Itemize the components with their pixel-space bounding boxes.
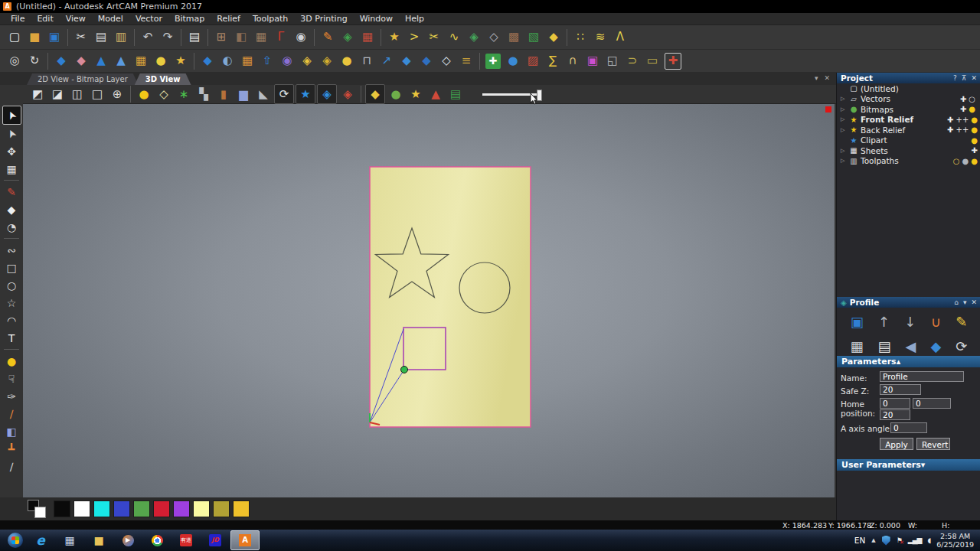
blob-relief-icon[interactable]: ●: [504, 52, 522, 70]
weave-wizard-icon[interactable]: ▩: [505, 28, 523, 47]
distort-icon[interactable]: ▦: [3, 160, 21, 178]
polyline-icon[interactable]: ∾: [3, 241, 21, 259]
menu-window[interactable]: Window: [354, 14, 399, 24]
swatch-green[interactable]: [133, 500, 150, 517]
erase-relief-icon[interactable]: ◆: [72, 52, 90, 70]
delete-toolpath-icon[interactable]: ∪: [931, 314, 941, 330]
toolpath-node[interactable]: [401, 367, 408, 373]
tree-action-icon[interactable]: ✚: [960, 105, 966, 113]
tree-action-icon[interactable]: ●: [962, 157, 969, 165]
secondary-colour[interactable]: [34, 507, 46, 518]
tray-expand-icon[interactable]: ▲: [871, 537, 875, 543]
new-model-icon[interactable]: ▢: [5, 28, 24, 47]
pencil-icon[interactable]: ✎: [3, 183, 21, 201]
menu-bitmap[interactable]: Bitmap: [168, 14, 211, 24]
user-parameters-header[interactable]: User Parameters ▾: [837, 459, 980, 471]
tree-row-back-relief[interactable]: ▷ ★ Back Relief ✚ ++ ●: [837, 125, 980, 135]
fit-polyline-icon[interactable]: Λ: [611, 28, 629, 47]
simulate-block-icon[interactable]: ◆: [930, 338, 941, 354]
vector-doctor-icon[interactable]: ✎: [318, 28, 337, 47]
expand-icon[interactable]: ▾: [921, 460, 926, 470]
menu-vector[interactable]: Vector: [129, 14, 168, 24]
start-button[interactable]: [5, 531, 25, 549]
preview-layer-icon[interactable]: ★: [407, 85, 425, 103]
star-icon[interactable]: ☆: [3, 294, 21, 311]
clipart-model-icon[interactable]: ★: [296, 84, 315, 104]
aaxis-field[interactable]: [890, 422, 927, 433]
expand-arrow-icon[interactable]: ▷: [841, 96, 847, 102]
separator[interactable]: [194, 53, 194, 70]
ellipse-icon[interactable]: ○: [3, 276, 21, 294]
swatch-blue[interactable]: [113, 500, 130, 517]
new-toolpath-icon[interactable]: ⌂: [954, 298, 959, 306]
material-block-icon[interactable]: ▆: [234, 85, 253, 103]
menu-model[interactable]: Model: [92, 14, 129, 24]
tray-signal-icon[interactable]: ▂▄▆: [908, 536, 922, 544]
tree-action-icon[interactable]: ○: [953, 157, 960, 165]
home-x-field[interactable]: [880, 398, 910, 409]
swatch-purple[interactable]: [173, 500, 190, 517]
calculate-icon[interactable]: ▦: [851, 338, 864, 354]
redo-icon[interactable]: ↷: [158, 28, 177, 47]
paste-icon[interactable]: ▥: [112, 28, 130, 47]
tree-action-icon[interactable]: ++: [956, 116, 969, 124]
swatch-pale-yellow[interactable]: [193, 500, 210, 517]
tree-action-icon[interactable]: ++: [956, 126, 969, 134]
nest-points-icon[interactable]: ∷: [571, 28, 590, 47]
expand-arrow-icon[interactable]: ▷: [841, 148, 847, 154]
colour-sheets-icon[interactable]: ▤: [446, 85, 465, 103]
zoom-object-icon[interactable]: ◎: [5, 52, 24, 70]
separator[interactable]: [47, 53, 48, 70]
fillet-icon[interactable]: ∿: [445, 28, 463, 47]
name-field[interactable]: [880, 371, 964, 382]
raise-relief-icon[interactable]: ⇧: [258, 52, 276, 70]
swatch-gold[interactable]: [233, 500, 250, 517]
taskbar-artcam[interactable]: A: [230, 530, 260, 550]
expand-arrow-icon[interactable]: ▷: [841, 106, 847, 112]
home-y-field[interactable]: [913, 398, 951, 409]
select-vectors-icon[interactable]: ➤: [2, 106, 21, 125]
zoom-tool-icon[interactable]: ⊕: [108, 85, 126, 103]
mirror-model-icon[interactable]: ◧: [232, 28, 250, 47]
sculpt-relief-icon[interactable]: ▲: [92, 52, 110, 70]
set-model-size-icon[interactable]: ⊞: [212, 28, 230, 47]
separator[interactable]: [361, 86, 361, 103]
separator[interactable]: [134, 29, 135, 46]
menu-relief[interactable]: Relief: [211, 14, 247, 24]
taskbar-clock[interactable]: 2:58 AM 6/25/2019: [936, 532, 974, 549]
vector-offset-icon[interactable]: ◈: [465, 28, 483, 47]
tree-row-untitled[interactable]: ▢ (Untitled): [837, 83, 980, 94]
tree-action-icon[interactable]: ✚: [947, 116, 953, 124]
view-along-x-icon[interactable]: ◪: [48, 85, 67, 103]
expand-arrow-icon[interactable]: ▷: [841, 127, 847, 133]
simulate-toolpath-icon[interactable]: ◀: [906, 338, 916, 354]
rectangle-icon[interactable]: □: [3, 259, 21, 276]
expand-arrow-icon[interactable]: ▷: [841, 116, 847, 122]
texture-hatch-icon[interactable]: ▨: [524, 52, 542, 70]
separator[interactable]: [314, 29, 315, 46]
menu-3d-printing[interactable]: 3D Printing: [294, 14, 353, 24]
tree-action-icon[interactable]: ○: [969, 95, 975, 103]
transform-icon[interactable]: ✥: [3, 142, 21, 160]
tree-row-clipart[interactable]: ★ Clipart ●: [837, 135, 980, 146]
revert-button[interactable]: Revert: [916, 438, 950, 450]
canvas-3d-view[interactable]: [23, 104, 835, 497]
minimize-icon[interactable]: ▾: [963, 298, 967, 306]
tree-action-icon[interactable]: ●: [971, 157, 978, 165]
menu-edit[interactable]: Edit: [31, 14, 59, 24]
separator[interactable]: [4, 238, 19, 239]
text-icon[interactable]: T: [3, 329, 21, 347]
stamp-icon[interactable]: ┻: [3, 440, 21, 458]
menu-help[interactable]: Help: [399, 14, 430, 24]
relief-layers-icon[interactable]: ◈: [338, 85, 357, 103]
model-scene[interactable]: [23, 104, 835, 497]
move-down-icon[interactable]: ↓: [904, 314, 916, 330]
tree-row-sheets[interactable]: ▷ ▦ Sheets ✚: [837, 145, 980, 156]
eraser-icon[interactable]: ◧: [3, 422, 21, 440]
copy-icon[interactable]: ▤: [92, 28, 110, 47]
combine-shapes-icon[interactable]: ◱: [603, 52, 622, 70]
flood-fill-icon[interactable]: ●: [3, 352, 21, 370]
spin-model-icon[interactable]: ◉: [292, 28, 310, 47]
menu-view[interactable]: View: [60, 14, 92, 24]
vector-trim-icon[interactable]: ✂: [425, 28, 443, 47]
